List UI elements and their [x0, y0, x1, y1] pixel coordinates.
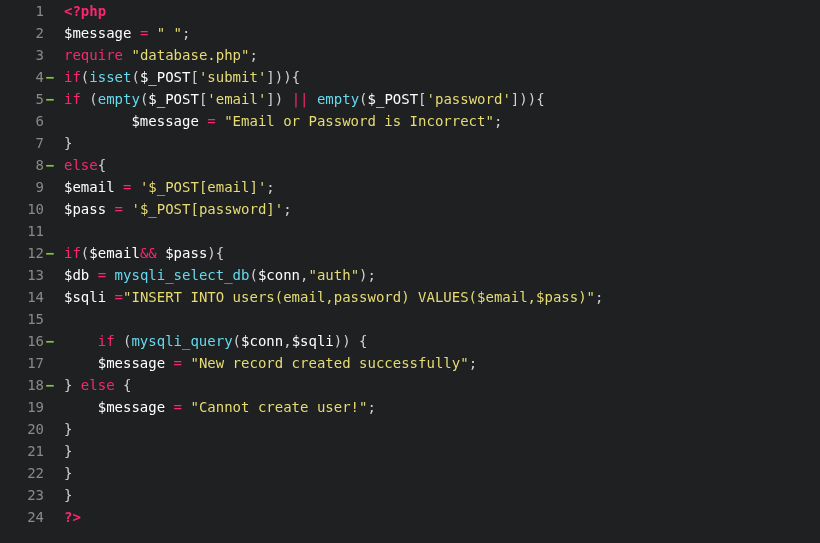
code-token: ])){	[511, 91, 545, 107]
code-token	[64, 399, 98, 415]
code-line[interactable]: if (mysqli_query($conn,$sqli)) {	[64, 330, 820, 352]
fold-marker-icon[interactable]: −	[44, 377, 56, 393]
code-token	[131, 179, 139, 195]
gutter-line: 13	[0, 264, 56, 286]
line-number: 4	[0, 69, 44, 85]
code-token: else	[81, 377, 115, 393]
code-line[interactable]: }	[64, 484, 820, 506]
gutter-line: 7	[0, 132, 56, 154]
gutter-line: 22	[0, 462, 56, 484]
code-token: }	[64, 135, 72, 151]
gutter-line: 18−	[0, 374, 56, 396]
line-number: 10	[0, 201, 44, 217]
code-line[interactable]: else{	[64, 154, 820, 176]
gutter-line: 14	[0, 286, 56, 308]
code-token: =	[98, 267, 106, 283]
gutter-line: 3	[0, 44, 56, 66]
fold-marker-icon[interactable]: −	[44, 245, 56, 261]
code-token	[64, 355, 98, 371]
code-token: require	[64, 47, 123, 63]
code-token: if	[64, 69, 81, 85]
code-token: $_POST	[368, 91, 419, 107]
fold-marker-icon[interactable]: −	[44, 91, 56, 107]
code-line[interactable]: }	[64, 462, 820, 484]
code-token: &&	[140, 245, 157, 261]
code-token: ;	[266, 179, 274, 195]
line-number: 16	[0, 333, 44, 349]
code-line[interactable]: if (empty($_POST['email']) || empty($_PO…	[64, 88, 820, 110]
code-token: "INSERT INTO users(email,password) VALUE…	[123, 289, 595, 305]
code-line[interactable]	[64, 220, 820, 242]
code-line[interactable]: }	[64, 132, 820, 154]
code-line[interactable]: } else {	[64, 374, 820, 396]
fold-marker-icon[interactable]: −	[44, 69, 56, 85]
code-token: empty	[317, 91, 359, 107]
code-line[interactable]: $message = "Email or Password is Incorre…	[64, 110, 820, 132]
code-token: {	[123, 377, 131, 393]
code-line[interactable]: $message = " ";	[64, 22, 820, 44]
code-token: }	[64, 443, 72, 459]
gutter-line: 16−	[0, 330, 56, 352]
code-token: {	[98, 157, 106, 173]
code-line[interactable]: require "database.php";	[64, 44, 820, 66]
code-line[interactable]: $message = "Cannot create user!";	[64, 396, 820, 418]
code-token: <?php	[64, 3, 106, 19]
code-area[interactable]: <?php$message = " ";require "database.ph…	[56, 0, 820, 543]
code-line[interactable]: $email = '$_POST[email]';	[64, 176, 820, 198]
code-token: (	[249, 267, 257, 283]
code-token: ,	[283, 333, 291, 349]
code-token: ;	[595, 289, 603, 305]
line-number: 19	[0, 399, 44, 415]
line-number: 15	[0, 311, 44, 327]
code-token: (	[131, 69, 139, 85]
code-token: ;	[367, 399, 375, 415]
code-line[interactable]: <?php	[64, 0, 820, 22]
code-token: =	[174, 399, 182, 415]
code-token: (	[359, 91, 367, 107]
code-token: ;	[249, 47, 257, 63]
code-token: $message	[98, 399, 165, 415]
line-number: 22	[0, 465, 44, 481]
code-line[interactable]: $message = "New record created successfu…	[64, 352, 820, 374]
code-token: }	[64, 465, 72, 481]
code-line[interactable]	[64, 308, 820, 330]
line-number: 5	[0, 91, 44, 107]
code-line[interactable]: $pass = '$_POST[password]';	[64, 198, 820, 220]
line-number: 21	[0, 443, 44, 459]
code-token: ])	[266, 91, 291, 107]
code-token: $sqli	[64, 289, 106, 305]
code-line[interactable]: }	[64, 440, 820, 462]
fold-marker-icon[interactable]: −	[44, 333, 56, 349]
code-token: ;	[469, 355, 477, 371]
gutter-line: 23	[0, 484, 56, 506]
code-line[interactable]: if(isset($_POST['submit'])){	[64, 66, 820, 88]
line-number: 11	[0, 223, 44, 239]
gutter-line: 19	[0, 396, 56, 418]
line-number: 23	[0, 487, 44, 503]
code-line[interactable]: if($email&& $pass){	[64, 242, 820, 264]
code-line[interactable]: $sqli ="INSERT INTO users(email,password…	[64, 286, 820, 308]
code-token: "New record created successfully"	[190, 355, 468, 371]
code-token: ?>	[64, 509, 81, 525]
code-line[interactable]: $db = mysqli_select_db($conn,"auth");	[64, 264, 820, 286]
line-number: 2	[0, 25, 44, 41]
code-token: "auth"	[309, 267, 360, 283]
fold-marker-icon[interactable]: −	[44, 157, 56, 173]
code-token: $conn	[258, 267, 300, 283]
code-token: $pass	[165, 245, 207, 261]
line-number: 1	[0, 3, 44, 19]
code-token: 'email'	[207, 91, 266, 107]
code-token	[64, 113, 131, 129]
line-number: 14	[0, 289, 44, 305]
code-line[interactable]: }	[64, 418, 820, 440]
code-line[interactable]: ?>	[64, 506, 820, 528]
code-editor[interactable]: 1234−5−678−9101112−13141516−1718−1920212…	[0, 0, 820, 543]
code-token: $message	[98, 355, 165, 371]
code-token: )) {	[334, 333, 368, 349]
code-token: ;	[283, 201, 291, 217]
gutter-line: 21	[0, 440, 56, 462]
code-token: $conn	[241, 333, 283, 349]
code-token: " "	[157, 25, 182, 41]
code-token	[89, 267, 97, 283]
code-token: 'submit'	[199, 69, 266, 85]
